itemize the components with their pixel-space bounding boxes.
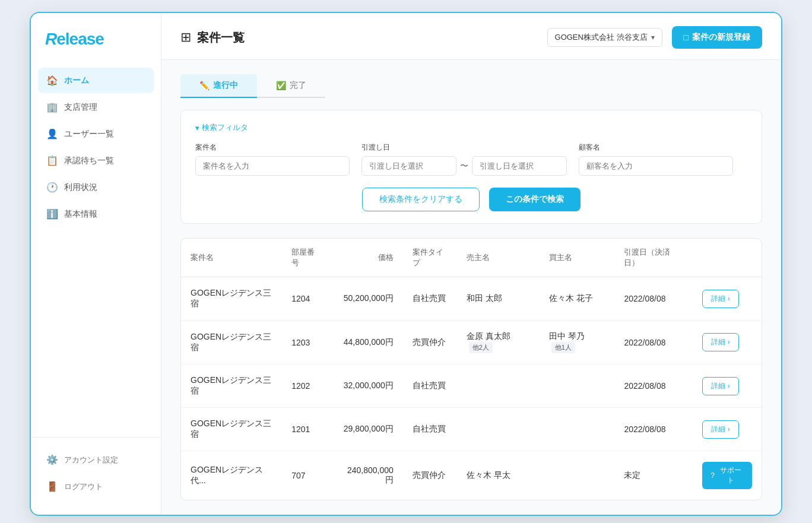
table-row: GOGENレジデンス三宿 1202 32,000,000円 自社売買 2022/…: [181, 364, 762, 408]
cell-seller: 和田 太郎: [457, 277, 540, 321]
table-row: GOGENレジデンス三宿 1204 50,200,000円 自社売買 和田 太郎…: [181, 277, 762, 321]
tab-in-progress[interactable]: ✏️ 進行中: [180, 74, 257, 98]
date-range: 〜: [361, 156, 567, 176]
chevron-down-icon: ▾: [651, 33, 655, 42]
customer-name-filter: 顧客名: [579, 142, 733, 176]
cell-buyer: [540, 364, 615, 408]
cell-seller: 金原 真太郎他2人: [457, 321, 540, 364]
sidebar-item-label: 承認待ち一覧: [64, 156, 114, 166]
date-separator: 〜: [460, 161, 468, 172]
tab-completed[interactable]: ✅ 完了: [257, 74, 325, 98]
table-row: GOGENレジデンス三宿 1203 44,800,000円 売買仲介 金原 真太…: [181, 321, 762, 364]
cases-table: 案件名 部屋番号 価格 案件タイプ 売主名 買主名 引渡日（決済日） GOGEN…: [181, 239, 762, 500]
detail-button[interactable]: 詳細 ›: [702, 420, 738, 439]
cell-seller: [457, 408, 540, 451]
company-name: GOGEN株式会社 渋谷支店: [555, 32, 648, 43]
buyer-badge: 他1人: [551, 342, 575, 353]
cell-action: ? サポート: [693, 451, 762, 500]
cell-price: 44,800,000円: [331, 321, 403, 364]
cell-room-number: 1204: [282, 277, 330, 321]
cell-action: 詳細 ›: [693, 364, 762, 408]
chevron-icon: ▾: [195, 123, 199, 132]
sidebar-item-pending[interactable]: 📋 承認待ち一覧: [38, 148, 154, 173]
table-body: GOGENレジデンス三宿 1204 50,200,000円 自社売買 和田 太郎…: [181, 277, 762, 500]
col-action: [693, 239, 762, 277]
cell-case-name: GOGENレジデンス三宿: [181, 321, 282, 364]
detail-button[interactable]: 詳細 ›: [702, 290, 738, 308]
cell-case-name: GOGENレジデンス三宿: [181, 277, 282, 321]
users-icon: 👤: [46, 128, 58, 140]
cell-room-number: 1201: [282, 408, 330, 451]
table-header-row: 案件名 部屋番号 価格 案件タイプ 売主名 買主名 引渡日（決済日）: [181, 239, 762, 277]
home-icon: 🏠: [46, 75, 58, 86]
cell-delivery-date: 2022/08/08: [614, 408, 693, 451]
sidebar-item-label: 支店管理: [64, 102, 97, 113]
col-delivery-date: 引渡日（決済日）: [614, 239, 693, 277]
case-name-filter: 案件名: [195, 142, 350, 176]
support-button[interactable]: ? サポート: [702, 462, 752, 489]
cell-seller: 佐々木 早太: [457, 451, 540, 500]
sidebar-item-home[interactable]: 🏠 ホーム: [38, 68, 154, 93]
cell-seller: [457, 364, 540, 408]
info-icon: ℹ️: [46, 208, 58, 220]
delivery-date-filter: 引渡し日 〜: [361, 142, 567, 176]
sidebar-item-branch[interactable]: 🏢 支店管理: [38, 94, 154, 120]
cell-price: 50,200,000円: [331, 277, 403, 321]
sidebar-nav: 🏠 ホーム 🏢 支店管理 👤 ユーザー一覧 📋 承認待ち一覧 🕐 利用状況 ℹ️…: [31, 68, 161, 437]
new-case-button[interactable]: □ 案件の新規登録: [672, 26, 762, 49]
sidebar-item-label: ホーム: [64, 75, 89, 86]
detail-button[interactable]: 詳細 ›: [702, 333, 738, 351]
cell-case-name: GOGENレジデンス代...: [181, 451, 282, 500]
new-case-icon: □: [684, 33, 689, 42]
search-button[interactable]: この条件で検索: [489, 188, 581, 211]
cell-delivery-date: 2022/08/08: [614, 364, 693, 408]
filter-toggle[interactable]: ▾ 検索フィルタ: [195, 122, 747, 133]
cell-price: 29,800,000円: [331, 408, 403, 451]
account-icon: ⚙️: [46, 454, 58, 465]
cell-delivery-date: 2022/08/08: [614, 321, 693, 364]
logout-icon: 🚪: [46, 481, 58, 492]
content-area: ✏️ 進行中 ✅ 完了 ▾ 検索フィルタ 案件名: [161, 60, 781, 515]
cell-action: 詳細 ›: [693, 277, 762, 321]
cell-case-name: GOGENレジデンス三宿: [181, 364, 282, 408]
cell-case-name: GOGENレジデンス三宿: [181, 408, 282, 451]
customer-name-label: 顧客名: [579, 142, 733, 153]
cell-delivery-date: 2022/08/08: [614, 277, 693, 321]
sidebar-item-info[interactable]: ℹ️ 基本情報: [38, 201, 154, 227]
sidebar-item-users[interactable]: 👤 ユーザー一覧: [38, 121, 154, 147]
cell-case-type: 自社売買: [403, 408, 457, 451]
company-selector[interactable]: GOGEN株式会社 渋谷支店 ▾: [547, 28, 662, 47]
col-buyer: 買主名: [540, 239, 615, 277]
delivery-date-from[interactable]: [361, 156, 456, 176]
case-name-input[interactable]: [195, 156, 350, 176]
cell-buyer: 田中 琴乃他1人: [540, 321, 615, 364]
sidebar-bottom-label: アカウント設定: [64, 455, 118, 465]
table-row: GOGENレジデンス代... 707 240,800,000円 売買仲介 佐々木…: [181, 451, 762, 500]
main-content: ⊞ 案件一覧 GOGEN株式会社 渋谷支店 ▾ □ 案件の新規登録 ✏️: [161, 13, 781, 515]
clear-button[interactable]: 検索条件をクリアする: [362, 188, 480, 211]
sidebar-bottom-account[interactable]: ⚙️ アカウント設定: [38, 447, 154, 473]
customer-name-input[interactable]: [579, 156, 733, 176]
filter-actions: 検索条件をクリアする この条件で検索: [195, 188, 747, 211]
detail-button[interactable]: 詳細 ›: [702, 377, 738, 395]
delivery-date-to[interactable]: [472, 156, 567, 176]
filter-fields: 案件名 引渡し日 〜 顧客名: [195, 142, 747, 176]
sidebar-bottom-logout[interactable]: 🚪 ログアウト: [38, 474, 154, 499]
cell-price: 240,800,000円: [331, 451, 403, 500]
seller-badge: 他2人: [469, 342, 493, 353]
search-filter-section: ▾ 検索フィルタ 案件名 引渡し日 〜: [180, 110, 762, 224]
cell-buyer: [540, 408, 615, 451]
sidebar-item-usage[interactable]: 🕐 利用状況: [38, 175, 154, 200]
app-frame: Release 🏠 ホーム 🏢 支店管理 👤 ユーザー一覧 📋 承認待ち一覧 🕐…: [30, 12, 782, 516]
cell-delivery-date: 未定: [614, 451, 693, 500]
cell-buyer: 佐々木 花子: [540, 277, 615, 321]
cell-room-number: 1203: [282, 321, 330, 364]
cases-table-container: 案件名 部屋番号 価格 案件タイプ 売主名 買主名 引渡日（決済日） GOGEN…: [180, 238, 762, 500]
col-case-name: 案件名: [181, 239, 282, 277]
cell-action: 詳細 ›: [693, 408, 762, 451]
col-price: 価格: [331, 239, 403, 277]
sidebar-bottom-label: ログアウト: [64, 481, 103, 492]
cell-case-type: 自社売買: [403, 277, 457, 321]
cell-case-type: 自社売買: [403, 364, 457, 408]
sidebar: Release 🏠 ホーム 🏢 支店管理 👤 ユーザー一覧 📋 承認待ち一覧 🕐…: [31, 13, 161, 515]
